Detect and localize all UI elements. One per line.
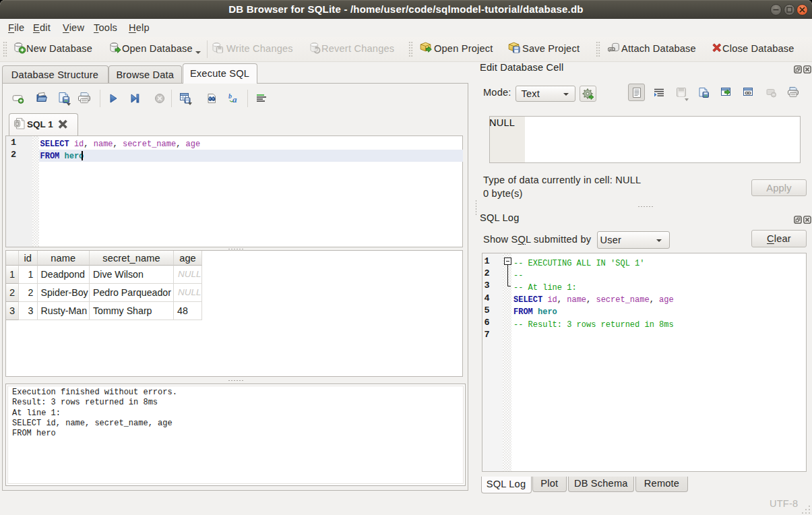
svg-text:b: b bbox=[228, 92, 232, 100]
svg-text:a: a bbox=[232, 94, 237, 104]
